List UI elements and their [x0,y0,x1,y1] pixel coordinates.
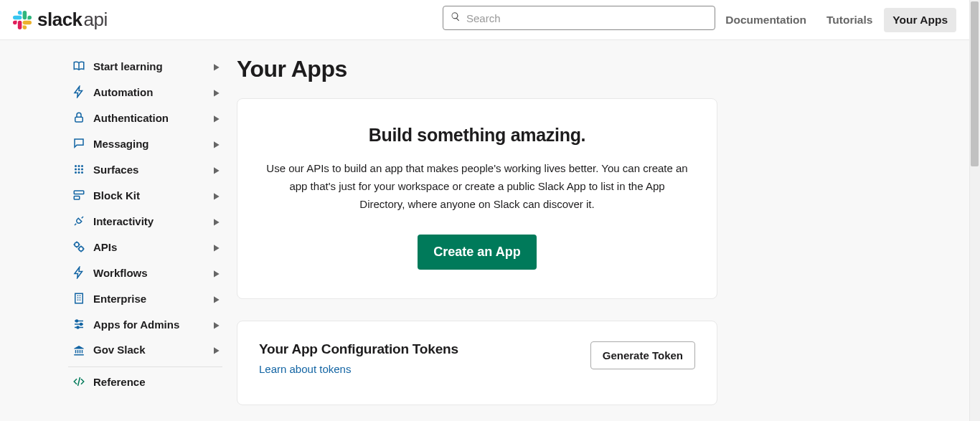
chevron-right-icon: ▶ [214,61,220,70]
scrollbar-track[interactable] [969,0,980,421]
hero-card: Build something amazing. Use our APIs to… [237,98,717,299]
chevron-right-icon: ▶ [214,164,220,174]
top-nav: Documentation Tutorials Your Apps [717,0,956,40]
chevron-right-icon: ▶ [214,113,220,122]
sidebar-item-enterprise[interactable]: Enterprise ▶ [68,285,222,311]
chevron-right-icon: ▶ [214,319,220,328]
nav-your-apps[interactable]: Your Apps [884,8,956,32]
sliders-icon [71,318,87,331]
bolt-icon [71,266,87,279]
sidebar-item-label: Gov Slack [93,344,214,356]
chevron-right-icon: ▶ [214,138,220,148]
svg-point-5 [78,169,80,171]
svg-point-9 [81,171,83,174]
chevron-right-icon: ▶ [214,345,220,354]
page-body: Start learning ▶ Automation ▶ Authentica… [0,40,969,421]
page-title: Your Apps [237,56,717,82]
svg-rect-14 [75,293,83,303]
sidebar-item-label: Block Kit [93,189,214,202]
building-icon [71,292,87,305]
logo-text: slackapi [37,9,108,31]
sidebar-item-start-learning[interactable]: Start learning ▶ [68,53,222,79]
sidebar-item-block-kit[interactable]: Block Kit ▶ [68,182,222,208]
nav-tutorials[interactable]: Tutorials [818,8,881,32]
search-box[interactable] [443,6,715,30]
sidebar-item-surfaces[interactable]: Surfaces ▶ [68,156,222,182]
svg-point-15 [76,320,78,322]
plug-icon [71,214,87,227]
chevron-right-icon: ▶ [214,242,220,251]
svg-point-3 [81,165,83,167]
scrollbar-thumb[interactable] [971,1,979,166]
chevron-right-icon: ▶ [214,216,220,225]
sidebar-item-label: Workflows [93,267,214,279]
book-icon [71,60,87,72]
svg-point-4 [75,169,77,171]
sidebar-item-label: Reference [93,376,220,388]
create-app-button[interactable]: Create an App [418,235,536,270]
svg-point-6 [81,169,83,171]
logo[interactable]: slackapi [13,9,108,31]
sidebar-item-label: Messaging [93,138,214,150]
generate-token-button[interactable]: Generate Token [590,341,695,369]
sidebar-item-apis[interactable]: APIs ▶ [68,234,222,260]
svg-rect-0 [75,117,83,122]
code-icon [71,375,87,388]
government-icon [71,344,87,356]
chat-icon [71,137,87,150]
slack-logo-icon [13,11,32,29]
sidebar-item-label: Start learning [93,60,214,72]
sidebar: Start learning ▶ Automation ▶ Authentica… [68,53,222,394]
sidebar-item-workflows[interactable]: Workflows ▶ [68,260,222,285]
search-input[interactable] [466,12,707,24]
main-content: Your Apps Build something amazing. Use o… [237,56,717,421]
sidebar-item-label: Enterprise [93,293,214,305]
sidebar-item-interactivity[interactable]: Interactivity ▶ [68,208,222,234]
sidebar-item-label: Authentication [93,112,214,124]
tokens-card: Your App Configuration Tokens Learn abou… [237,321,717,405]
sidebar-item-reference[interactable]: Reference [68,369,222,394]
bolt-icon [71,85,87,98]
svg-point-16 [80,323,83,326]
sidebar-item-label: Apps for Admins [93,318,214,331]
tokens-heading: Your App Configuration Tokens [259,341,458,357]
svg-point-17 [77,326,79,328]
svg-rect-11 [74,197,80,200]
learn-tokens-link[interactable]: Learn about tokens [259,363,351,375]
chevron-right-icon: ▶ [214,268,220,277]
sidebar-item-automation[interactable]: Automation ▶ [68,79,222,105]
sidebar-item-label: Automation [93,86,214,98]
nav-documentation[interactable]: Documentation [717,8,815,32]
chevron-right-icon: ▶ [214,190,220,199]
tokens-info: Your App Configuration Tokens Learn abou… [259,341,458,376]
sidebar-item-gov-slack[interactable]: Gov Slack ▶ [68,337,222,367]
svg-point-13 [79,247,83,251]
sidebar-item-label: Interactivity [93,215,214,227]
hero-heading: Build something amazing. [259,125,695,146]
sidebar-item-messaging[interactable]: Messaging ▶ [68,131,222,156]
layout-icon [71,189,87,202]
sidebar-item-label: Surfaces [93,164,214,176]
sidebar-item-apps-for-admins[interactable]: Apps for Admins ▶ [68,311,222,337]
svg-point-1 [75,165,77,167]
grid-icon [71,163,87,176]
chevron-right-icon: ▶ [214,293,220,303]
svg-point-8 [78,171,80,174]
chevron-right-icon: ▶ [214,87,220,96]
gears-icon [71,240,87,253]
search-icon [451,11,461,24]
svg-point-7 [75,171,77,174]
sidebar-item-authentication[interactable]: Authentication ▶ [68,105,222,131]
svg-point-12 [75,242,79,247]
svg-rect-10 [74,191,84,194]
search-container [443,6,715,30]
lock-icon [71,111,87,124]
sidebar-item-label: APIs [93,241,214,253]
svg-point-2 [78,165,80,167]
header: slackapi Documentation Tutorials Your Ap… [0,0,969,40]
hero-description: Use our APIs to build an app that makes … [266,160,688,213]
